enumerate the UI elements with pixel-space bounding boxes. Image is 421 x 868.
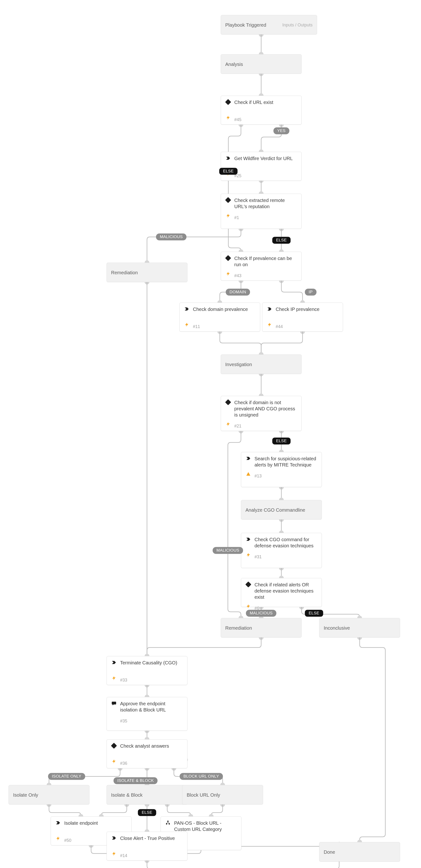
title: Check domain prevalence [193, 306, 248, 312]
node-check-analyst-answers[interactable]: Check analyst answers #36 [106, 739, 187, 768]
node-get-wildfire-verdict[interactable]: Get Wildfire Verdict for URL #25 [221, 152, 301, 181]
arrow-icon [267, 306, 272, 312]
title: Remediation [111, 270, 138, 276]
title: Check CGO command for defense evasion te… [255, 536, 317, 549]
pill-domain: DOMAIN [226, 289, 250, 296]
bolt-icon [225, 271, 231, 277]
node-done[interactable]: Done [319, 842, 400, 862]
title: Isolate Only [13, 792, 38, 798]
arrow-icon [225, 155, 231, 161]
warning-icon [246, 471, 251, 477]
task-id: #33 [120, 678, 127, 683]
title: Analysis [225, 61, 243, 67]
diamond-icon [225, 399, 231, 405]
title: Investigation [225, 361, 252, 368]
pill-else-2: ELSE [272, 237, 291, 244]
diamond-icon [225, 255, 231, 261]
node-check-ip-prevalence[interactable]: Check IP prevalence #44 [262, 303, 343, 332]
pill-else-3: ELSE [272, 438, 291, 444]
bolt-icon [267, 322, 272, 328]
chat-icon [111, 701, 117, 706]
inputs-outputs-label[interactable]: Inputs / Outputs [282, 23, 313, 28]
node-terminate-causality[interactable]: Terminate Causality (CGO) #33 [106, 656, 187, 685]
spacer [111, 716, 117, 722]
arrow-icon [184, 306, 190, 312]
title: Playbook Triggered [225, 22, 266, 28]
title: Terminate Causality (CGO) [120, 660, 177, 666]
diamond-icon [225, 197, 231, 203]
title: Check analyst answers [120, 743, 169, 749]
node-remediation-2[interactable]: Remediation [221, 618, 301, 638]
title: Check if domain is not prevalent AND CGO… [234, 399, 297, 418]
pill-isolate-only: ISOLATE ONLY [48, 773, 85, 780]
title: Isolate endpoint [64, 820, 98, 826]
task-id: #35 [120, 719, 127, 723]
diamond-icon [111, 743, 117, 749]
title: Done [324, 849, 335, 855]
node-investigation[interactable]: Investigation [221, 354, 301, 374]
title: Check If prevalence can be run on [234, 255, 297, 268]
pill-isolate-block: ISOLATE & BLOCK [114, 777, 158, 784]
task-id: #13 [255, 474, 262, 478]
pill-else-4: ELSE [305, 610, 323, 617]
title: Get Wildfire Verdict for URL [234, 155, 293, 161]
arrow-icon [111, 835, 117, 841]
node-block-url-only[interactable]: Block URL Only [182, 785, 263, 805]
node-check-domain-unsigned[interactable]: Check if domain is not prevalent AND CGO… [221, 396, 301, 431]
node-check-url-exist[interactable]: Check if URL exist #45 [221, 96, 301, 125]
pill-malicious-2: MALICIOUS [213, 547, 243, 554]
node-inconclusive[interactable]: Inconclusive [319, 618, 400, 638]
bolt-icon [111, 851, 117, 857]
diamond-icon [225, 99, 231, 105]
node-search-suspicious-alerts[interactable]: Search for suspicious-related alerts by … [241, 452, 322, 487]
arrow-icon [55, 820, 61, 826]
pill-ip: IP [305, 289, 317, 296]
bolt-icon [111, 758, 117, 764]
node-check-domain-prevalence[interactable]: Check domain prevalence #11 [179, 303, 260, 332]
bolt-icon [225, 421, 231, 427]
title: Check if related alerts OR defense evasi… [255, 582, 317, 600]
title: Approve the endpoint isolation & Block U… [120, 701, 183, 713]
node-approve-isolation[interactable]: Approve the endpoint isolation & Block U… [106, 697, 187, 731]
pill-yes: YES [273, 127, 289, 134]
bolt-icon [246, 603, 251, 609]
task-id: #45 [234, 117, 241, 122]
node-check-url-reputation[interactable]: Check extracted remote URL's reputation … [221, 194, 301, 229]
node-close-alert-true-positive[interactable]: Close Alert - True Positive #14 [106, 832, 187, 861]
pill-block-url-only: BLOCK URL ONLY [180, 773, 223, 780]
node-isolate-only[interactable]: Isolate Only [8, 785, 90, 805]
bolt-icon [55, 836, 61, 841]
title: PAN-OS - Block URL - Custom URL Category [174, 820, 237, 832]
task-id: #11 [193, 324, 200, 329]
task-id: #31 [255, 555, 262, 559]
node-check-prevalence-runnable[interactable]: Check If prevalence can be run on #43 [221, 252, 301, 281]
node-check-cgo-defense-evasion[interactable]: Check CGO command for defense evasion te… [241, 533, 322, 568]
node-check-related-alerts[interactable]: Check if related alerts OR defense evasi… [241, 578, 322, 607]
task-id: #21 [234, 424, 241, 429]
node-remediation-1[interactable]: Remediation [106, 262, 187, 282]
bolt-icon [225, 115, 231, 121]
title: Block URL Only [187, 792, 220, 798]
svg-point-70 [166, 823, 167, 825]
task-id: #14 [120, 853, 127, 858]
node-analyze-cgo-commandline[interactable]: Analyze CGO Commandline [241, 500, 322, 520]
title: Isolate & Block [111, 792, 142, 798]
node-analysis[interactable]: Analysis [221, 54, 301, 74]
node-isolate-and-block[interactable]: Isolate & Block [106, 785, 187, 805]
pill-malicious-3: MALICIOUS [246, 610, 277, 617]
title: Check IP prevalence [276, 306, 319, 312]
title: Close Alert - True Positive [120, 835, 175, 841]
arrow-icon [246, 536, 251, 542]
subplaybook-icon [165, 820, 171, 826]
bolt-icon [111, 675, 117, 681]
pill-else-1: ELSE [219, 168, 238, 175]
task-id: #43 [234, 273, 241, 278]
task-id: #50 [64, 838, 71, 843]
pill-else-5: ELSE [138, 809, 156, 816]
node-playbook-triggered[interactable]: Playbook Triggered Inputs / Outputs [221, 15, 317, 34]
pill-malicious-1: MALICIOUS [156, 234, 187, 241]
title: Search for suspicious-related alerts by … [255, 456, 317, 468]
bolt-icon [225, 213, 231, 219]
task-id: #44 [276, 324, 283, 329]
title: Remediation [225, 625, 252, 631]
